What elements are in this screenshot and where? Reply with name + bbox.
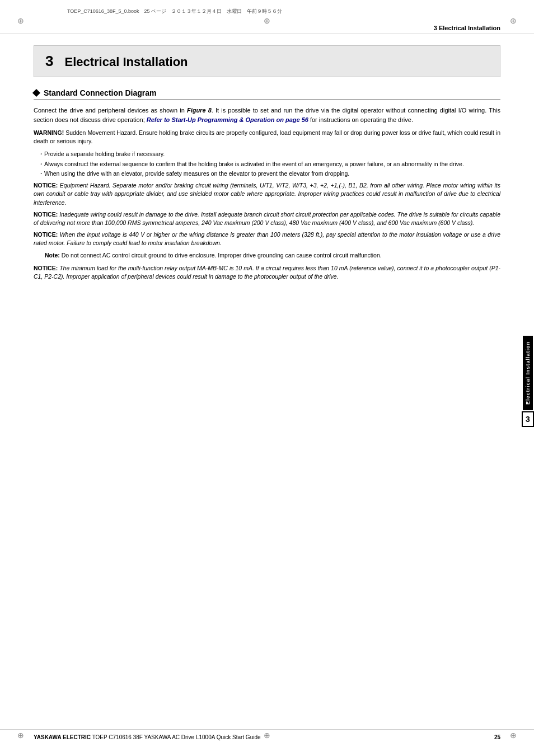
body-intro-text: Connect the drive and peripheral devices… [34,107,187,114]
notice3-text: When the input voltage is 440 V or highe… [34,231,500,246]
startup-ref-link[interactable]: Refer to Start-Up Programming & Operatio… [147,116,308,123]
notice1-label: NOTICE: [34,182,58,189]
bullet-item-1: ・Provide a separate holding brake if nec… [38,150,500,158]
warning-block: WARNING! Sudden Movement Hazard. Ensure … [34,129,500,145]
warning-text: Sudden Movement Hazard. Ensure holding b… [34,129,500,144]
page-footer: YASKAWA ELECTRIC TOEP C710616 38F YASKAW… [0,729,534,745]
notice3-label: NOTICE: [34,231,58,238]
warning-label: WARNING! [34,129,64,136]
notice1-text: Equipment Hazard. Separate motor and/or … [34,182,500,205]
bullet-item-2: ・Always construct the external sequence … [38,160,500,168]
figure-ref: Figure 8 [187,107,212,114]
notice-block-1: NOTICE: Equipment Hazard. Separate motor… [34,181,500,207]
body-intro-paragraph: Connect the drive and peripheral devices… [34,106,500,124]
note-block: Note: Do not connect AC control circuit … [45,251,500,260]
notice4-text: The minimum load for the multi-function … [34,265,500,280]
notice-block-2: NOTICE: Inadequate wiring could result i… [34,210,500,227]
file-info: TOEP_C710616_38F_5_0.book 25 ページ ２０１３年１２… [67,8,282,15]
notice4-label: NOTICE: [34,265,58,271]
page-container: TOEP_C710616_38F_5_0.book 25 ページ ２０１３年１２… [0,0,534,756]
bullet-list: ・Provide a separate holding brake if nec… [38,150,500,178]
chapter-number: 3 [45,53,53,70]
chapter-heading: 3 Electrical Installation [34,45,500,77]
chapter-title: Electrical Installation [64,55,188,69]
notice-block-3: NOTICE: When the input voltage is 440 V … [34,231,500,247]
side-tab: Electrical Installation 3 [522,336,534,427]
notice-block-4: NOTICE: The minimum load for the multi-f… [34,264,500,281]
footer-left: YASKAWA ELECTRIC TOEP C710616 38F YASKAW… [34,734,261,740]
footer-doc: TOEP C710616 38F YASKAWA AC Drive L1000A… [91,734,261,740]
notice2-label: NOTICE: [34,211,58,218]
top-header: TOEP_C710616_38F_5_0.book 25 ページ ２０１３年１２… [0,0,534,22]
note-text: Do not connect AC control circuit ground… [60,252,382,259]
footer-page-number: 25 [494,734,500,740]
main-content: 3 Electrical Installation Standard Conne… [0,34,534,307]
section-title: Standard Connection Diagram [44,88,156,97]
body-intro-text3: for instructions on operating the drive. [308,116,413,123]
section-heading: Standard Connection Diagram [34,88,500,100]
notice2-text: Inadequate wiring could result in damage… [34,211,500,226]
section-bar-label: 3 Electrical Installation [434,25,500,31]
side-tab-number: 3 [522,411,534,427]
note-label: Note: [45,252,60,259]
side-tab-label: Electrical Installation [523,336,533,410]
footer-brand: YASKAWA ELECTRIC [34,734,91,740]
bullet-item-3: ・When using the drive with an elevator, … [38,170,500,178]
diamond-icon [32,89,40,97]
